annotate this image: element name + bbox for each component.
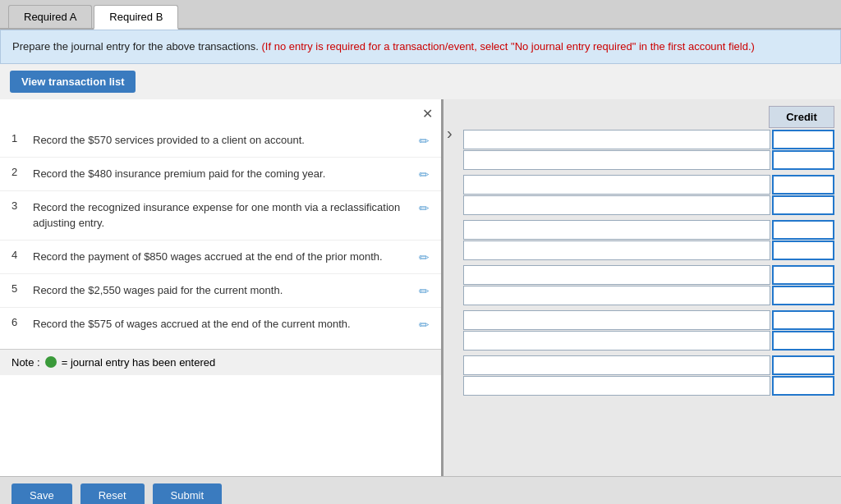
credit-column-header: Credit bbox=[769, 106, 834, 128]
entry-credit-6-1[interactable] bbox=[772, 355, 834, 375]
transaction-list: 1 Record the $570 services provided to a… bbox=[0, 116, 441, 349]
transaction-item-3: 3 Record the recognized insurance expens… bbox=[0, 191, 441, 241]
edit-icon-1[interactable]: ✏ bbox=[419, 134, 430, 149]
toolbar: View transaction list bbox=[0, 64, 841, 99]
instruction-highlight: (If no entry is required for a transacti… bbox=[262, 40, 755, 53]
entry-row-5-1 bbox=[463, 310, 834, 330]
entry-row-2-1 bbox=[463, 175, 834, 195]
edit-icon-3[interactable]: ✏ bbox=[419, 201, 430, 216]
view-transaction-list-button[interactable]: View transaction list bbox=[10, 71, 136, 93]
transaction-text-3: Record the recognized insurance expense … bbox=[33, 199, 412, 231]
entry-credit-6-2[interactable] bbox=[772, 376, 834, 396]
edit-icon-5[interactable]: ✏ bbox=[419, 284, 430, 299]
edit-icon-4[interactable]: ✏ bbox=[419, 250, 430, 265]
edit-icon-6[interactable]: ✏ bbox=[419, 318, 430, 332]
entry-account-2-1[interactable] bbox=[463, 175, 770, 195]
entry-group-3 bbox=[463, 220, 834, 260]
note-prefix: Note : bbox=[11, 356, 40, 369]
main-area: ✕ 1 Record the $570 services provided to… bbox=[0, 99, 841, 476]
tab-required-b[interactable]: Required B bbox=[94, 5, 178, 30]
transaction-num-3: 3 bbox=[11, 199, 26, 212]
transaction-item-2: 2 Record the $480 insurance premium paid… bbox=[0, 158, 441, 191]
entry-account-4-1[interactable] bbox=[463, 265, 770, 285]
transaction-text-6: Record the $575 of wages accrued at the … bbox=[33, 316, 412, 332]
entry-account-3-1[interactable] bbox=[463, 220, 770, 240]
entry-row-3-1 bbox=[463, 220, 834, 240]
tab-required-a[interactable]: Required A bbox=[8, 5, 92, 28]
transaction-num-4: 4 bbox=[11, 249, 26, 261]
transaction-item-4: 4 Record the payment of $850 wages accru… bbox=[0, 241, 441, 274]
entry-group-5 bbox=[463, 310, 834, 351]
note-bar: Note : = journal entry has been entered bbox=[0, 349, 441, 375]
journal-header-row: Credit bbox=[463, 106, 834, 128]
instruction-main: Prepare the journal entry for the above … bbox=[12, 40, 259, 53]
entry-credit-5-2[interactable] bbox=[772, 331, 834, 351]
transaction-num-5: 5 bbox=[11, 282, 26, 295]
entry-credit-2-2[interactable] bbox=[772, 195, 834, 215]
green-dot-icon bbox=[45, 356, 57, 368]
entry-credit-1-1[interactable] bbox=[772, 130, 834, 149]
entry-credit-1-2[interactable] bbox=[772, 150, 834, 170]
entry-account-3-2[interactable] bbox=[463, 241, 770, 260]
entry-row-4-2 bbox=[463, 286, 834, 305]
transaction-num-6: 6 bbox=[11, 316, 26, 328]
bottom-buttons: Save Reset Submit bbox=[0, 476, 841, 505]
entry-account-4-2[interactable] bbox=[463, 286, 770, 305]
entry-row-6-1 bbox=[463, 355, 834, 375]
entry-group-6 bbox=[463, 355, 834, 396]
transaction-text-1: Record the $570 services provided to a c… bbox=[33, 132, 412, 149]
entry-row-6-2 bbox=[463, 376, 834, 396]
entry-row-3-2 bbox=[463, 241, 834, 260]
transaction-text-2: Record the $480 insurance premium paid f… bbox=[33, 166, 412, 182]
save-button[interactable]: Save bbox=[11, 483, 72, 505]
reset-button[interactable]: Reset bbox=[80, 483, 145, 505]
transaction-text-5: Record the $2,550 wages paid for the cur… bbox=[33, 282, 412, 299]
entry-credit-4-2[interactable] bbox=[772, 286, 834, 305]
entry-credit-5-1[interactable] bbox=[772, 310, 834, 330]
transaction-item-6: 6 Record the $575 of wages accrued at th… bbox=[0, 308, 441, 341]
right-content: › Credit bbox=[443, 99, 841, 476]
tabs-bar: Required A Required B bbox=[0, 0, 841, 30]
entry-row-1-2 bbox=[463, 150, 834, 170]
left-panel: ✕ 1 Record the $570 services provided to… bbox=[0, 99, 443, 476]
entry-group-1 bbox=[463, 130, 834, 170]
transaction-num-2: 2 bbox=[11, 166, 26, 178]
right-panel: › Credit bbox=[443, 99, 841, 476]
entry-row-4-1 bbox=[463, 265, 834, 285]
entry-group-4 bbox=[463, 265, 834, 305]
entry-credit-4-1[interactable] bbox=[772, 265, 834, 285]
entry-account-2-2[interactable] bbox=[463, 195, 770, 215]
entry-account-1-2[interactable] bbox=[463, 150, 770, 170]
entry-group-2 bbox=[463, 175, 834, 215]
entry-credit-2-1[interactable] bbox=[772, 175, 834, 195]
entry-row-1-1 bbox=[463, 130, 834, 149]
entry-credit-3-1[interactable] bbox=[772, 220, 834, 240]
entry-account-6-2[interactable] bbox=[463, 376, 770, 396]
entry-credit-3-2[interactable] bbox=[772, 241, 834, 260]
entry-row-2-2 bbox=[463, 195, 834, 215]
drag-handle-icon[interactable]: ✕ bbox=[422, 106, 433, 121]
entry-account-5-1[interactable] bbox=[463, 310, 770, 330]
transaction-item-5: 5 Record the $2,550 wages paid for the c… bbox=[0, 274, 441, 308]
transaction-num-1: 1 bbox=[11, 132, 26, 144]
entry-account-6-1[interactable] bbox=[463, 355, 770, 375]
note-text: = journal entry has been entered bbox=[62, 356, 216, 369]
chevron-right-icon[interactable]: › bbox=[447, 124, 453, 143]
transaction-item-1: 1 Record the $570 services provided to a… bbox=[0, 124, 441, 158]
entry-row-5-2 bbox=[463, 331, 834, 351]
transaction-text-4: Record the payment of $850 wages accrued… bbox=[33, 249, 412, 265]
entry-account-1-1[interactable] bbox=[463, 130, 770, 149]
edit-icon-2[interactable]: ✏ bbox=[419, 167, 430, 182]
submit-button[interactable]: Submit bbox=[153, 483, 222, 505]
instruction-bar: Prepare the journal entry for the above … bbox=[0, 30, 841, 64]
entry-account-5-2[interactable] bbox=[463, 331, 770, 351]
